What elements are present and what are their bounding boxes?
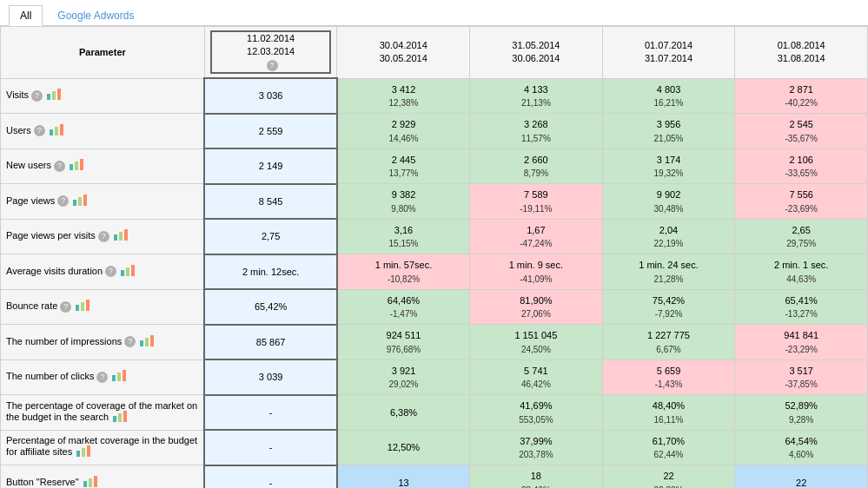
cell-11-2: 1838,46% xyxy=(470,465,603,488)
cell-7-1: 924 511976,68% xyxy=(337,325,470,360)
svg-rect-6 xyxy=(70,164,73,170)
svg-rect-0 xyxy=(47,94,50,100)
cell-8-4: 3 517-37,85% xyxy=(735,359,868,395)
date-range-1: 30.04.2014 30.05.2014 xyxy=(342,39,464,66)
help-icon-2[interactable]: ? xyxy=(54,161,65,172)
param-label-7: The number of impressions? xyxy=(1,325,205,360)
svg-rect-13 xyxy=(119,232,123,241)
param-label-10: Percentage of market coverage in the bud… xyxy=(1,430,205,465)
date-range-0: 11.02.2014 12.03.2014 ? xyxy=(210,30,332,74)
help-icon-4[interactable]: ? xyxy=(98,231,109,242)
cell-2-0: 2 149 xyxy=(204,148,337,184)
help-icon-8[interactable]: ? xyxy=(96,372,108,383)
table-container: Parameter 11.02.2014 12.03.2014 ? 30.04.… xyxy=(0,26,868,488)
param-label-8: The number of clicks? xyxy=(1,359,205,395)
col-header-2: 31.05.2014 30.06.2014 xyxy=(470,27,603,79)
cell-1-3: 3 95621,05% xyxy=(602,114,735,149)
cell-9-2: 41,69%553,05% xyxy=(470,395,603,431)
svg-rect-3 xyxy=(50,129,53,135)
cell-8-2: 5 74146,42% xyxy=(470,359,603,395)
help-icon-5[interactable]: ? xyxy=(105,266,116,277)
svg-rect-19 xyxy=(81,302,84,311)
cell-10-4: 64,54%4,60% xyxy=(735,430,868,465)
col-header-1: 30.04.2014 30.05.2014 xyxy=(337,27,470,79)
cell-4-2: 1,67-47,24% xyxy=(470,219,603,254)
cell-6-3: 75,42%-7,92% xyxy=(602,289,735,325)
svg-rect-2 xyxy=(57,89,61,100)
cell-10-2: 37,99%203,78% xyxy=(470,430,603,465)
bar-icon-1 xyxy=(49,124,64,138)
help-icon-1[interactable]: ? xyxy=(34,125,45,136)
cell-9-4: 52,89%9,28% xyxy=(735,395,868,431)
svg-rect-30 xyxy=(76,451,80,457)
date2-1: 30.05.2014 xyxy=(342,52,464,65)
svg-rect-11 xyxy=(83,195,87,206)
bar-icon-5 xyxy=(120,265,136,279)
date1-1: 30.04.2014 xyxy=(342,39,464,52)
cell-8-1: 3 92129,02% xyxy=(337,359,470,395)
cell-9-1: 6,38% xyxy=(337,395,470,431)
help-icon-7[interactable]: ? xyxy=(124,336,136,347)
tab-all[interactable]: All xyxy=(9,5,43,26)
help-icon-0[interactable]: ? xyxy=(31,90,43,102)
svg-rect-29 xyxy=(123,411,127,422)
date2-4: 31.08.2014 xyxy=(740,52,862,65)
bar-icon-0 xyxy=(46,89,62,102)
svg-rect-9 xyxy=(73,200,76,206)
col-header-0: 11.02.2014 12.03.2014 ? xyxy=(204,27,337,79)
svg-rect-34 xyxy=(89,478,92,487)
bar-icon-10 xyxy=(76,445,91,459)
cell-9-0: - xyxy=(204,395,337,431)
bar-icon-7 xyxy=(139,335,155,349)
cell-11-3: 2222,22% xyxy=(602,465,735,488)
cell-2-3: 3 17419,32% xyxy=(602,148,735,184)
bar-icon-8 xyxy=(111,370,127,384)
bar-icon-3 xyxy=(72,195,88,208)
help-icon-col0[interactable]: ? xyxy=(267,60,278,71)
cell-8-0: 3 039 xyxy=(204,359,337,395)
tab-google-adwords[interactable]: Google Adwords xyxy=(46,5,145,25)
bar-icon-9 xyxy=(112,411,128,425)
date-range-2: 31.05.2014 30.06.2014 xyxy=(475,39,597,66)
col-header-3: 01.07.2014 31.07.2014 xyxy=(602,27,735,79)
svg-rect-31 xyxy=(82,448,85,457)
cell-3-1: 9 3829,80% xyxy=(337,184,470,220)
param-column-header: Parameter xyxy=(1,27,205,79)
param-label-4: Page views per visits? xyxy=(1,219,205,254)
cell-1-4: 2 545-35,67% xyxy=(735,114,868,149)
bar-icon-2 xyxy=(69,159,84,173)
cell-10-1: 12,50% xyxy=(337,430,470,465)
svg-rect-18 xyxy=(76,305,79,311)
param-label-6: Bounce rate? xyxy=(1,289,205,325)
cell-2-2: 2 6608,79% xyxy=(470,148,603,184)
cell-0-1: 3 41212,38% xyxy=(337,78,470,114)
date1-3: 01.07.2014 xyxy=(608,39,730,52)
date2-3: 31.07.2014 xyxy=(608,52,730,65)
help-icon-3[interactable]: ? xyxy=(57,195,69,207)
param-label-9: The percentage of coverage of the market… xyxy=(1,395,205,431)
data-table: Parameter 11.02.2014 12.03.2014 ? 30.04.… xyxy=(0,26,868,488)
param-label-0: Visits? xyxy=(1,78,205,114)
date2-0: 12.03.2014 xyxy=(212,45,330,58)
svg-rect-23 xyxy=(150,335,154,346)
svg-rect-22 xyxy=(145,338,149,346)
bar-icon-4 xyxy=(113,229,129,243)
cell-5-3: 1 min. 24 sec.21,28% xyxy=(602,254,735,290)
cell-4-4: 2,6529,75% xyxy=(735,219,868,254)
cell-5-1: 1 min. 57sec.-10,82% xyxy=(337,254,470,290)
cell-7-0: 85 867 xyxy=(204,325,337,360)
cell-1-0: 2 559 xyxy=(204,114,337,149)
cell-7-3: 1 227 7756,67% xyxy=(602,325,735,360)
help-icon-6[interactable]: ? xyxy=(60,301,71,313)
svg-rect-24 xyxy=(112,375,116,381)
cell-6-0: 65,42% xyxy=(204,289,337,325)
cell-11-1: 13 xyxy=(337,465,470,488)
svg-rect-10 xyxy=(78,197,82,206)
cell-10-3: 61,70%62,44% xyxy=(602,430,735,465)
cell-3-0: 8 545 xyxy=(204,184,337,220)
svg-rect-4 xyxy=(55,127,58,135)
cell-0-3: 4 80316,21% xyxy=(602,78,735,114)
tabs-container: All Google Adwords xyxy=(0,0,868,26)
cell-11-4: 22 xyxy=(735,465,868,488)
param-label-3: Page views? xyxy=(1,184,205,220)
